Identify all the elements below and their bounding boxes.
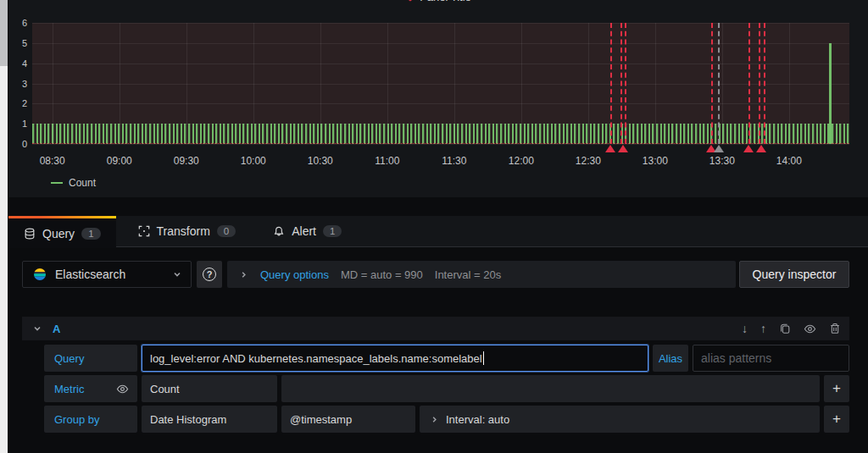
- x-axis-tick-label: 10:00: [241, 155, 266, 167]
- annotation-line: [759, 23, 760, 144]
- text-caret: [483, 351, 485, 365]
- query-row-actions: ↓ ↑: [742, 323, 841, 335]
- tab-alert[interactable]: Alert 1: [258, 216, 357, 246]
- annotation-marker[interactable]: [743, 145, 754, 152]
- metric-visibility-eye-icon[interactable]: [116, 383, 137, 395]
- tab-transform-label: Transform: [157, 224, 210, 238]
- metric-value-select[interactable]: Count: [142, 375, 277, 402]
- query-options-interval: Interval = 20s: [435, 268, 501, 281]
- query-ref-id: A: [53, 323, 60, 335]
- x-axis-tick-label: 14:00: [776, 155, 802, 167]
- datasource-help-button[interactable]: ?: [197, 261, 222, 288]
- elasticsearch-logo-icon: [33, 268, 47, 281]
- gridline-h: [32, 124, 849, 124]
- gridline-v: [454, 23, 455, 144]
- x-axis-tick-label: 08:30: [40, 155, 65, 167]
- query-options-md: MD = auto = 990: [341, 268, 423, 281]
- datasource-name: Elasticsearch: [55, 268, 125, 281]
- gridline-h: [32, 144, 849, 145]
- add-metric-button[interactable]: +: [824, 375, 849, 402]
- x-axis-tick-label: 12:30: [576, 155, 601, 167]
- tab-query-count-badge: 1: [81, 228, 100, 240]
- x-axis-tick-label: 13:30: [709, 155, 735, 167]
- add-group-by-button[interactable]: +: [824, 406, 849, 433]
- annotation-marker[interactable]: [618, 145, 628, 152]
- y-axis-tick-label: 5: [8, 38, 27, 48]
- plus-icon: +: [832, 380, 841, 397]
- query-inspector-label: Query inspector: [753, 268, 837, 281]
- annotation-marker[interactable]: [605, 145, 615, 152]
- metric-field-label: Metric: [44, 375, 137, 402]
- x-axis-tick-label: 11:00: [375, 155, 399, 167]
- tab-alert-label: Alert: [292, 224, 316, 238]
- group-by-field-label: Group by: [44, 406, 137, 433]
- y-axis-tick-label: 0: [8, 139, 27, 149]
- chevron-down-icon: [172, 269, 182, 279]
- metric-row-filler: [281, 375, 820, 402]
- annotation-line: [711, 23, 713, 144]
- annotation-line: [625, 23, 626, 144]
- y-axis-tick-label: 1: [8, 119, 27, 129]
- group-by-interval-settings[interactable]: Interval: auto: [420, 406, 820, 433]
- x-axis-tick-label: 10:30: [308, 155, 333, 167]
- x-axis-tick-label: 12:00: [509, 155, 534, 167]
- outer-scrollbar-track[interactable]: [0, 0, 8, 453]
- y-axis-tick-label: 3: [8, 79, 27, 89]
- gridline-v: [789, 23, 790, 144]
- legend-label: Count: [69, 177, 96, 189]
- tab-transform[interactable]: Transform 0: [123, 216, 252, 246]
- tab-query[interactable]: Query 1: [8, 216, 116, 248]
- annotation-line: [764, 23, 765, 144]
- gridline-v: [387, 23, 388, 144]
- gridline-h: [32, 103, 849, 104]
- panel-header[interactable]: Panel Title: [8, 0, 868, 4]
- count-spike-bar: [829, 43, 832, 144]
- help-icon: ?: [203, 268, 216, 281]
- gridline-h: [32, 64, 849, 64]
- group-by-field-select[interactable]: @timestamp: [281, 406, 415, 433]
- move-query-up-button[interactable]: ↑: [760, 323, 766, 334]
- transform-icon: [138, 225, 150, 237]
- group-by-type-select[interactable]: Date Histogram: [142, 406, 277, 433]
- alert-heart-icon: [405, 0, 415, 3]
- gridline-v: [186, 23, 187, 144]
- x-axis-tick-label: 11:30: [442, 155, 466, 167]
- y-axis-tick-label: 4: [8, 58, 27, 69]
- datasource-picker[interactable]: Elasticsearch: [22, 261, 192, 288]
- outer-scrollbar-thumb[interactable]: [0, 0, 8, 66]
- toggle-query-visibility-button[interactable]: [804, 323, 816, 335]
- gridline-v: [120, 23, 120, 144]
- legend-swatch: [51, 182, 63, 184]
- plot-area[interactable]: [32, 23, 849, 144]
- alias-label: Alias: [653, 345, 688, 372]
- chevron-right-icon: [430, 415, 439, 424]
- annotation-line: [748, 23, 750, 144]
- gridline-v: [521, 23, 522, 144]
- query-options-bar[interactable]: Query options MD = auto = 990 Interval =…: [227, 261, 736, 288]
- annotation-line: [718, 23, 720, 144]
- query-options-link[interactable]: Query options: [260, 268, 329, 281]
- gridline-h: [32, 23, 849, 24]
- legend-item-count[interactable]: Count: [51, 177, 96, 189]
- gridline-v: [53, 23, 53, 144]
- x-axis-tick-label: 09:00: [107, 155, 132, 167]
- query-row-header[interactable]: A ↓ ↑: [22, 317, 849, 340]
- collapse-chevron-icon[interactable]: [32, 323, 42, 334]
- query-input[interactable]: log_level:error AND kubernetes.namespace…: [142, 345, 648, 372]
- gridline-h: [32, 43, 849, 44]
- alias-input[interactable]: alias patterns: [693, 345, 849, 372]
- plus-icon: +: [832, 411, 841, 428]
- annotation-line: [620, 23, 622, 144]
- count-bars-series: [32, 124, 849, 144]
- query-inspector-button[interactable]: Query inspector: [739, 261, 849, 288]
- x-axis-tick-label: 09:30: [174, 155, 199, 167]
- x-axis-tick-label: 13:00: [643, 155, 668, 167]
- delete-query-button[interactable]: [829, 323, 841, 334]
- y-axis-tick-label: 2: [8, 98, 27, 108]
- annotation-marker[interactable]: [756, 145, 766, 152]
- move-query-down-button[interactable]: ↓: [742, 323, 748, 334]
- gridline-v: [588, 23, 589, 144]
- duplicate-query-button[interactable]: [779, 323, 791, 334]
- annotation-marker[interactable]: [714, 145, 724, 152]
- annotation-line: [610, 23, 612, 144]
